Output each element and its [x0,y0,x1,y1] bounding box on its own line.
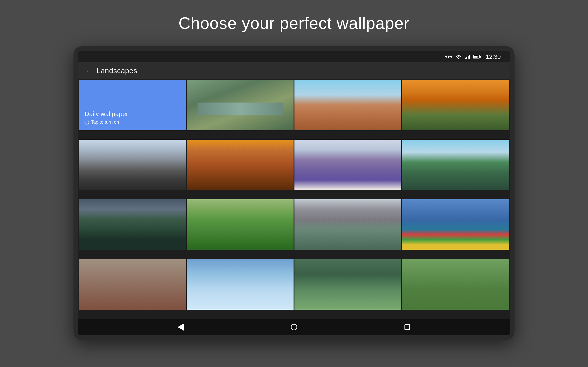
daily-wallpaper-subtitle: Tap to turn on [85,119,180,125]
daily-wallpaper-title: Daily wallpaper [85,110,180,118]
wallpaper-item-partial1[interactable] [79,259,186,310]
nav-bar [78,319,510,335]
wallpaper-item-red-canyon-road[interactable] [187,140,294,190]
wallpaper-item-partial3[interactable] [294,259,401,310]
wallpaper-item-snowy-mountain[interactable] [79,140,186,190]
back-button[interactable]: ← [85,67,92,75]
signal-icon [465,55,470,59]
wallpaper-item-volcano[interactable] [402,140,509,190]
wallpaper-item-partial2[interactable] [187,259,294,310]
wifi-icon: ▾▾▾ [445,54,452,60]
status-time: 12:30 [486,53,501,60]
wallpaper-item-colorful-boats[interactable] [402,199,509,250]
nav-back-button[interactable] [174,320,188,334]
wallpaper-item-partial4[interactable] [402,259,509,310]
nav-back-icon [178,323,184,331]
wallpaper-item-lavender-field[interactable] [294,140,401,190]
tablet-screen: ▾▾▾ [78,51,510,335]
wallpaper-item-rice-terraces[interactable] [187,199,294,250]
tablet-device: ▾▾▾ [73,46,515,340]
svg-point-0 [458,58,459,59]
nav-recent-button[interactable] [400,320,414,334]
wallpaper-grid: Daily wallpaper Tap to turn on [78,79,510,319]
wallpaper-item-rock-arch[interactable] [294,80,401,130]
daily-wallpaper-card[interactable]: Daily wallpaper Tap to turn on [79,80,186,130]
nav-recent-icon [405,324,410,330]
battery-icon [473,55,481,58]
app-bar-title: Landscapes [96,67,137,75]
app-bar: ← Landscapes [78,62,510,79]
nav-home-icon [291,324,297,330]
refresh-icon [85,120,89,125]
wallpaper-item-rocky-stream[interactable] [187,80,294,130]
wallpaper-item-mountain-lake[interactable] [79,199,186,250]
wallpaper-item-sunset-canyon[interactable] [402,80,509,130]
wallpaper-item-stone-bridge[interactable] [294,199,401,250]
status-bar: ▾▾▾ [78,51,510,62]
wifi-icon [456,54,462,59]
nav-home-button[interactable] [287,320,301,334]
page-title: Choose your perfect wallpaper [179,14,409,33]
status-icons: ▾▾▾ [445,53,501,60]
